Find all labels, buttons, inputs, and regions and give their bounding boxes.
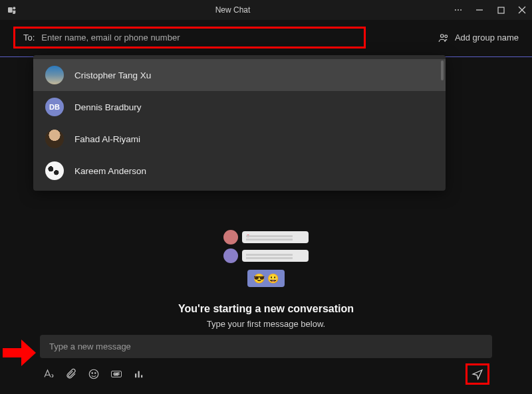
illustration-bubble-icon (242, 250, 309, 262)
ellipsis-icon (454, 5, 463, 15)
svg-point-4 (460, 9, 462, 11)
suggestion-item[interactable]: Fahad Al-Riyami (33, 123, 446, 155)
send-button-callout (466, 363, 489, 385)
empty-state-subline: Type your first message below. (207, 319, 325, 329)
titlebar-left (7, 5, 17, 15)
svg-point-10 (445, 35, 448, 37)
ellipsis-button[interactable] (448, 0, 468, 20)
svg-rect-18 (138, 371, 140, 378)
people-icon (438, 32, 450, 44)
add-group-name-button[interactable]: Add group name (438, 32, 519, 44)
close-icon (518, 6, 526, 14)
suggestion-name: Dennis Bradbury (74, 102, 142, 112)
avatar (45, 130, 64, 148)
svg-point-3 (458, 9, 459, 11)
window-title: New Chat (17, 5, 448, 15)
format-icon[interactable] (43, 368, 55, 380)
svg-rect-17 (135, 373, 136, 377)
close-button[interactable] (512, 0, 532, 20)
to-label: To: (23, 33, 35, 43)
teams-logo-icon (7, 5, 17, 15)
illustration-avatar-icon (223, 230, 238, 245)
minimize-icon (475, 6, 483, 14)
svg-point-9 (440, 34, 444, 37)
svg-rect-19 (141, 375, 142, 378)
compose-box[interactable] (40, 335, 492, 358)
minimize-button[interactable] (469, 0, 489, 20)
to-field-callout: To: (13, 27, 366, 49)
suggestion-name: Fahad Al-Riyami (74, 134, 140, 144)
svg-point-12 (89, 369, 98, 379)
suggestion-item[interactable]: Kareem Anderson (33, 155, 446, 187)
avatar: DB (45, 98, 64, 116)
svg-point-1 (13, 7, 15, 9)
svg-text:GIF: GIF (114, 372, 120, 376)
suggestion-name: Kareem Anderson (74, 166, 146, 176)
titlebar: New Chat (0, 0, 532, 20)
svg-point-13 (92, 373, 93, 374)
illustration-emoji-icon: 😎 😀 (247, 270, 285, 287)
compose-area: GIF (0, 335, 532, 394)
avatar (45, 66, 64, 84)
maximize-icon (497, 7, 505, 14)
avatar (45, 161, 64, 180)
illustration-bubble-icon (242, 231, 309, 243)
empty-state-headline: You're starting a new conversation (178, 303, 354, 315)
suggestion-item[interactable]: Cristopher Tang Xu (33, 59, 446, 91)
attach-icon[interactable] (65, 368, 77, 380)
svg-point-14 (95, 373, 96, 374)
emoji-icon[interactable] (88, 368, 100, 380)
svg-rect-0 (8, 7, 13, 13)
add-group-name-label: Add group name (455, 33, 519, 43)
svg-rect-6 (498, 7, 504, 13)
send-icon (471, 368, 483, 380)
illustration-avatar-icon (223, 248, 238, 263)
poll-icon[interactable] (133, 368, 145, 380)
send-button[interactable] (471, 368, 483, 380)
suggestions-scrollbar[interactable] (441, 60, 444, 80)
maximize-button[interactable] (491, 0, 511, 20)
compose-input[interactable] (49, 342, 483, 351)
to-input[interactable] (41, 33, 356, 43)
gif-icon[interactable]: GIF (110, 368, 122, 380)
svg-point-2 (455, 9, 456, 11)
compose-toolbar: GIF (40, 363, 492, 385)
suggestion-name: Cristopher Tang Xu (74, 70, 151, 80)
suggestion-item[interactable]: DB Dennis Bradbury (33, 91, 446, 123)
to-row: To: Add group name (0, 20, 532, 56)
illustration: 😎 😀 (223, 230, 309, 287)
window-controls (448, 0, 532, 20)
people-suggestions-dropdown: Cristopher Tang Xu DB Dennis Bradbury Fa… (33, 55, 446, 191)
